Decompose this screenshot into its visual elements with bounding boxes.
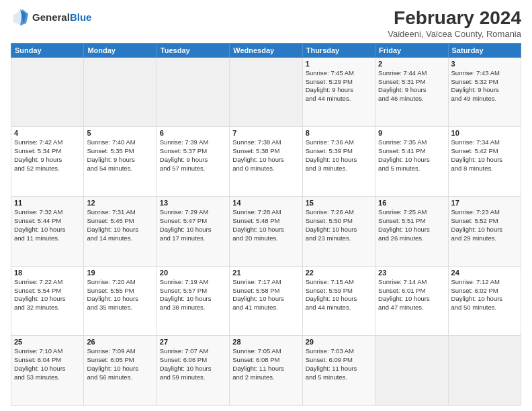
calendar-cell: 18Sunrise: 7:22 AM Sunset: 5:54 PM Dayli… — [11, 266, 84, 336]
day-number: 16 — [378, 199, 445, 207]
calendar-cell: 11Sunrise: 7:32 AM Sunset: 5:44 PM Dayli… — [11, 197, 84, 267]
calendar-cell: 27Sunrise: 7:07 AM Sunset: 6:06 PM Dayli… — [157, 336, 229, 406]
day-info: Sunrise: 7:15 AM Sunset: 5:59 PM Dayligh… — [306, 278, 372, 312]
calendar-cell: 4Sunrise: 7:42 AM Sunset: 5:34 PM Daylig… — [11, 127, 84, 197]
day-number: 9 — [378, 129, 445, 137]
calendar-cell: 1Sunrise: 7:45 AM Sunset: 5:29 PM Daylig… — [302, 57, 375, 127]
title-block: February 2024 Vaideeni, Valcea County, R… — [388, 8, 521, 39]
weekday-header: Thursday — [302, 43, 375, 57]
calendar-cell: 10Sunrise: 7:34 AM Sunset: 5:42 PM Dayli… — [448, 127, 521, 197]
header: GeneralBlue February 2024 Vaideeni, Valc… — [11, 8, 521, 39]
day-info: Sunrise: 7:34 AM Sunset: 5:42 PM Dayligh… — [451, 138, 518, 173]
day-info: Sunrise: 7:29 AM Sunset: 5:47 PM Dayligh… — [160, 208, 226, 242]
day-info: Sunrise: 7:26 AM Sunset: 5:50 PM Dayligh… — [306, 208, 372, 242]
day-info: Sunrise: 7:35 AM Sunset: 5:41 PM Dayligh… — [378, 138, 445, 173]
day-info: Sunrise: 7:38 AM Sunset: 5:38 PM Dayligh… — [232, 138, 299, 173]
calendar-cell: 20Sunrise: 7:19 AM Sunset: 5:57 PM Dayli… — [157, 266, 229, 336]
day-number: 23 — [378, 269, 445, 277]
day-number: 1 — [306, 60, 372, 68]
day-number: 5 — [87, 129, 153, 137]
day-number: 13 — [160, 199, 226, 207]
page: GeneralBlue February 2024 Vaideeni, Valc… — [0, 0, 532, 411]
calendar-cell — [157, 57, 229, 127]
calendar-cell: 3Sunrise: 7:43 AM Sunset: 5:32 PM Daylig… — [448, 57, 521, 127]
calendar-cell: 16Sunrise: 7:25 AM Sunset: 5:51 PM Dayli… — [375, 197, 448, 267]
calendar-cell: 8Sunrise: 7:36 AM Sunset: 5:39 PM Daylig… — [302, 127, 375, 197]
location: Vaideeni, Valcea County, Romania — [388, 29, 521, 39]
calendar-cell: 19Sunrise: 7:20 AM Sunset: 5:55 PM Dayli… — [84, 266, 157, 336]
calendar-cell: 12Sunrise: 7:31 AM Sunset: 5:45 PM Dayli… — [84, 197, 157, 267]
day-info: Sunrise: 7:12 AM Sunset: 6:02 PM Dayligh… — [451, 278, 518, 312]
day-number: 18 — [14, 269, 81, 277]
day-info: Sunrise: 7:45 AM Sunset: 5:29 PM Dayligh… — [306, 69, 372, 103]
calendar-cell: 7Sunrise: 7:38 AM Sunset: 5:38 PM Daylig… — [230, 127, 302, 197]
day-info: Sunrise: 7:05 AM Sunset: 6:08 PM Dayligh… — [232, 347, 299, 381]
day-info: Sunrise: 7:25 AM Sunset: 5:51 PM Dayligh… — [378, 208, 445, 242]
weekday-header: Friday — [375, 43, 448, 57]
calendar: SundayMondayTuesdayWednesdayThursdayFrid… — [11, 43, 521, 406]
month-year: February 2024 — [388, 8, 521, 29]
day-info: Sunrise: 7:32 AM Sunset: 5:44 PM Dayligh… — [14, 208, 81, 242]
day-number: 29 — [306, 338, 372, 346]
day-number: 10 — [451, 129, 518, 137]
day-info: Sunrise: 7:20 AM Sunset: 5:55 PM Dayligh… — [87, 278, 153, 312]
weekday-header: Saturday — [448, 43, 521, 57]
calendar-cell: 29Sunrise: 7:03 AM Sunset: 6:09 PM Dayli… — [302, 336, 375, 406]
calendar-cell: 21Sunrise: 7:17 AM Sunset: 5:58 PM Dayli… — [230, 266, 302, 336]
day-info: Sunrise: 7:43 AM Sunset: 5:32 PM Dayligh… — [451, 69, 518, 103]
calendar-cell — [375, 336, 448, 406]
calendar-week-row: 11Sunrise: 7:32 AM Sunset: 5:44 PM Dayli… — [11, 197, 521, 267]
calendar-cell: 13Sunrise: 7:29 AM Sunset: 5:47 PM Dayli… — [157, 197, 229, 267]
day-info: Sunrise: 7:28 AM Sunset: 5:48 PM Dayligh… — [232, 208, 299, 242]
day-number: 22 — [306, 269, 372, 277]
weekday-header: Wednesday — [230, 43, 302, 57]
calendar-cell: 9Sunrise: 7:35 AM Sunset: 5:41 PM Daylig… — [375, 127, 448, 197]
day-info: Sunrise: 7:03 AM Sunset: 6:09 PM Dayligh… — [306, 347, 372, 381]
calendar-cell: 26Sunrise: 7:09 AM Sunset: 6:05 PM Dayli… — [84, 336, 157, 406]
calendar-cell: 2Sunrise: 7:44 AM Sunset: 5:31 PM Daylig… — [375, 57, 448, 127]
day-info: Sunrise: 7:44 AM Sunset: 5:31 PM Dayligh… — [378, 69, 445, 103]
calendar-week-row: 4Sunrise: 7:42 AM Sunset: 5:34 PM Daylig… — [11, 127, 521, 197]
calendar-cell: 22Sunrise: 7:15 AM Sunset: 5:59 PM Dayli… — [302, 266, 375, 336]
logo: GeneralBlue — [11, 8, 91, 27]
day-info: Sunrise: 7:19 AM Sunset: 5:57 PM Dayligh… — [160, 278, 226, 312]
day-number: 27 — [160, 338, 226, 346]
calendar-cell: 14Sunrise: 7:28 AM Sunset: 5:48 PM Dayli… — [230, 197, 302, 267]
day-info: Sunrise: 7:10 AM Sunset: 6:04 PM Dayligh… — [14, 347, 81, 381]
day-info: Sunrise: 7:09 AM Sunset: 6:05 PM Dayligh… — [87, 347, 153, 381]
calendar-cell: 23Sunrise: 7:14 AM Sunset: 6:01 PM Dayli… — [375, 266, 448, 336]
calendar-week-row: 1Sunrise: 7:45 AM Sunset: 5:29 PM Daylig… — [11, 57, 521, 127]
day-number: 21 — [232, 269, 299, 277]
day-number: 3 — [451, 60, 518, 68]
day-info: Sunrise: 7:31 AM Sunset: 5:45 PM Dayligh… — [87, 208, 153, 242]
day-number: 24 — [451, 269, 518, 277]
logo-text: GeneralBlue — [32, 12, 91, 24]
day-number: 7 — [232, 129, 299, 137]
day-info: Sunrise: 7:39 AM Sunset: 5:37 PM Dayligh… — [160, 138, 226, 173]
day-number: 12 — [87, 199, 153, 207]
day-number: 28 — [232, 338, 299, 346]
calendar-cell — [448, 336, 521, 406]
calendar-cell: 6Sunrise: 7:39 AM Sunset: 5:37 PM Daylig… — [157, 127, 229, 197]
calendar-cell — [84, 57, 157, 127]
day-info: Sunrise: 7:14 AM Sunset: 6:01 PM Dayligh… — [378, 278, 445, 312]
day-info: Sunrise: 7:36 AM Sunset: 5:39 PM Dayligh… — [306, 138, 372, 173]
day-number: 15 — [306, 199, 372, 207]
calendar-week-row: 18Sunrise: 7:22 AM Sunset: 5:54 PM Dayli… — [11, 266, 521, 336]
calendar-cell: 15Sunrise: 7:26 AM Sunset: 5:50 PM Dayli… — [302, 197, 375, 267]
calendar-cell: 28Sunrise: 7:05 AM Sunset: 6:08 PM Dayli… — [230, 336, 302, 406]
logo-icon — [11, 8, 30, 27]
calendar-cell: 25Sunrise: 7:10 AM Sunset: 6:04 PM Dayli… — [11, 336, 84, 406]
day-info: Sunrise: 7:40 AM Sunset: 5:35 PM Dayligh… — [87, 138, 153, 173]
day-info: Sunrise: 7:42 AM Sunset: 5:34 PM Dayligh… — [14, 138, 81, 173]
day-number: 11 — [14, 199, 81, 207]
day-number: 20 — [160, 269, 226, 277]
day-number: 4 — [14, 129, 81, 137]
calendar-cell: 5Sunrise: 7:40 AM Sunset: 5:35 PM Daylig… — [84, 127, 157, 197]
day-number: 19 — [87, 269, 153, 277]
day-number: 8 — [306, 129, 372, 137]
calendar-cell — [230, 57, 302, 127]
day-number: 25 — [14, 338, 81, 346]
day-info: Sunrise: 7:23 AM Sunset: 5:52 PM Dayligh… — [451, 208, 518, 242]
day-info: Sunrise: 7:07 AM Sunset: 6:06 PM Dayligh… — [160, 347, 226, 381]
